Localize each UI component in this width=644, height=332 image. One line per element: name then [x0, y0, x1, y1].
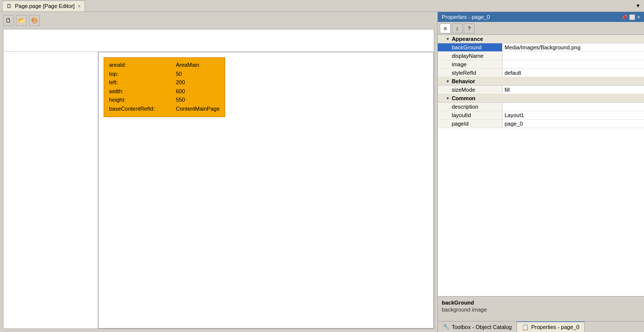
page-canvas: areaId: AreaMain top: 50 left: 200: [3, 29, 434, 329]
prop-help-btn[interactable]: ?: [464, 23, 475, 33]
open-file-btn[interactable]: 📂: [16, 15, 27, 26]
prop-name-background: backGround: [438, 43, 503, 51]
app-container: 🗋 Page.page [Page Editor] × ▼ 🗋 📂 🎨: [0, 0, 644, 332]
prop-row-description[interactable]: description: [438, 103, 644, 111]
section-common-label: Common: [452, 95, 476, 101]
properties-header: Properties - page_0 📌 ⬜ ×: [438, 12, 644, 22]
prop-value-displayname[interactable]: [503, 52, 644, 60]
prop-row-displayname[interactable]: displayName: [438, 52, 644, 60]
prop-name-displayname: displayName: [438, 52, 503, 60]
maximize-icon[interactable]: ⬜: [629, 14, 635, 20]
prop-value-description[interactable]: [503, 103, 644, 111]
properties-panel: Properties - page_0 📌 ⬜ × ≡ ↕ ? ▼ Appear…: [437, 12, 644, 332]
info-row-width: width: 600: [109, 87, 220, 96]
properties-toolbar: ≡ ↕ ?: [438, 22, 644, 35]
tab-close-btn[interactable]: ×: [78, 3, 81, 9]
section-behavior[interactable]: ▼ Behavior: [438, 77, 644, 86]
info-label-areaid: areaId:: [109, 61, 174, 70]
behavior-collapse-icon: ▼: [446, 79, 450, 84]
prop-value-image[interactable]: [503, 60, 644, 68]
properties-tab-label: Properties - page_0: [531, 324, 579, 330]
info-row-top: top: 50: [109, 70, 220, 79]
prop-value-sizemode[interactable]: fill: [503, 86, 644, 94]
section-appearance[interactable]: ▼ Appearance: [438, 35, 644, 43]
sorted-view-btn[interactable]: ↕: [452, 23, 463, 33]
info-row-basecontent: baseContentRefId: ContentMainPage: [109, 105, 220, 114]
page-left-strip: [3, 52, 98, 329]
editor-toolbar: 🗋 📂 🎨: [3, 15, 434, 26]
info-label-left: left:: [109, 78, 174, 87]
section-behavior-label: Behavior: [452, 78, 475, 84]
prop-value-pageid[interactable]: page_0: [503, 120, 644, 128]
prop-value-stylerefid[interactable]: default: [503, 69, 644, 77]
info-label-basecontent: baseContentRefId:: [109, 105, 174, 114]
prop-row-background[interactable]: backGround Media/Images/Background.png: [438, 43, 644, 52]
info-row-areaid: areaId: AreaMain: [109, 61, 220, 70]
prop-row-pageid[interactable]: pageId page_0: [438, 120, 644, 128]
info-value-left: 200: [176, 78, 185, 87]
page-header-strip: [3, 29, 434, 52]
toolbox-object-catalog-tab[interactable]: 🔧 Toolbox - Object Catalog: [438, 322, 517, 332]
prop-row-sizemode[interactable]: sizeMode fill: [438, 86, 644, 94]
prop-name-stylerefid: styleRefId: [438, 69, 503, 77]
info-row-height: height: 550: [109, 96, 220, 105]
info-row-left: left: 200: [109, 78, 220, 87]
info-value-top: 50: [176, 70, 182, 79]
toolbox-tab-label: Toolbox - Object Catalog: [452, 324, 512, 330]
common-collapse-icon: ▼: [446, 96, 450, 101]
tab-page-icon: 🗋: [6, 3, 12, 9]
palette-btn[interactable]: 🎨: [29, 15, 40, 26]
info-value-height: 550: [176, 96, 185, 105]
main-area: 🗋 📂 🎨 areaId:: [0, 12, 644, 332]
page-content-block[interactable]: areaId: AreaMain top: 50 left: 200: [98, 52, 434, 329]
close-panel-icon[interactable]: ×: [637, 14, 640, 20]
section-appearance-label: Appearance: [452, 36, 483, 42]
prop-name-pageid: pageId: [438, 120, 503, 128]
editor-panel: 🗋 📂 🎨 areaId:: [0, 12, 437, 332]
prop-desc-field-text: background image: [442, 307, 640, 313]
prop-name-description: description: [438, 103, 503, 111]
prop-name-image: image: [438, 60, 503, 68]
page-inner: areaId: AreaMain top: 50 left: 200: [3, 29, 434, 329]
properties-description-area: backGround background image: [438, 296, 644, 321]
info-value-basecontent: ContentMainPage: [176, 105, 220, 114]
properties-grid: ▼ Appearance backGround Media/Images/Bac…: [438, 35, 644, 296]
appearance-collapse-icon: ▼: [446, 37, 450, 41]
info-value-width: 600: [176, 87, 185, 96]
properties-page0-tab[interactable]: 📋 Properties - page_0: [517, 322, 585, 332]
section-common[interactable]: ▼ Common: [438, 94, 644, 103]
categorized-view-btn[interactable]: ≡: [440, 23, 451, 33]
prop-name-sizemode: sizeMode: [438, 86, 503, 94]
properties-panel-title: Properties - page_0: [442, 14, 490, 20]
prop-name-layoutid: layoutId: [438, 111, 503, 119]
tab-title: Page.page [Page Editor]: [15, 3, 75, 9]
tab-bar: 🗋 Page.page [Page Editor] × ▼: [0, 0, 644, 12]
info-value-areaid: AreaMain: [176, 61, 199, 70]
properties-tab-icon: 📋: [522, 324, 529, 331]
properties-header-icons: 📌 ⬜ ×: [621, 14, 640, 20]
prop-row-image[interactable]: image: [438, 60, 644, 69]
page-editor-tab[interactable]: 🗋 Page.page [Page Editor] ×: [2, 0, 85, 11]
prop-desc-field-name: backGround: [442, 300, 640, 306]
pin-icon[interactable]: 📌: [621, 14, 627, 20]
prop-row-stylerefid[interactable]: styleRefId default: [438, 69, 644, 77]
info-label-height: height:: [109, 96, 174, 105]
info-label-top: top:: [109, 70, 174, 79]
bottom-tab-bar: 🔧 Toolbox - Object Catalog 📋 Properties …: [438, 321, 644, 332]
new-file-btn[interactable]: 🗋: [3, 15, 14, 26]
area-info-box: areaId: AreaMain top: 50 left: 200: [104, 57, 225, 117]
prop-value-background[interactable]: Media/Images/Background.png: [503, 43, 644, 51]
prop-value-layoutid[interactable]: Layout1: [503, 111, 644, 119]
info-label-width: width:: [109, 87, 174, 96]
tab-dropdown-btn[interactable]: ▼: [634, 2, 642, 10]
prop-row-layoutid[interactable]: layoutId Layout1: [438, 111, 644, 120]
toolbox-icon: 🔧: [443, 324, 450, 331]
